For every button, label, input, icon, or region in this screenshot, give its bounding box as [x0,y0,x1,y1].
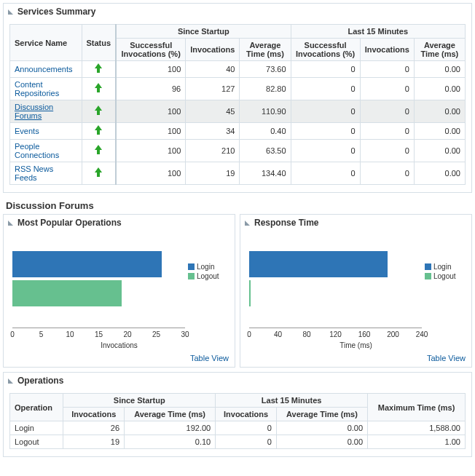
col-last15-avg-time[interactable]: Average Time (ms) [276,408,367,421]
table-row[interactable]: RSS News Feeds10019134.40000.00 [10,162,466,185]
last15-invocations: 0 [360,61,414,78]
table-row[interactable]: Login26192.0000.001,588.00 [10,421,466,435]
col-last15-invocations[interactable]: Invocations [360,39,414,61]
operations-table: Operation Since Startup Last 15 Minutes … [9,393,466,449]
last15-avg-time: 0.00 [276,421,367,435]
col-startup-avg-time[interactable]: Average Time (ms) [240,39,291,61]
status-up-icon [95,106,102,116]
service-link[interactable]: People Connections [15,142,59,159]
col-last15-invocations[interactable]: Invocations [216,408,277,421]
table-view-link[interactable]: Table View [427,354,466,362]
max-time: 1.00 [368,435,466,449]
axis-tick: 15 [95,330,103,338]
startup-avg-time: 63.50 [240,140,291,162]
last15-invocations: 0 [216,421,277,435]
services-summary-panel: Services Summary Service Name Status Sin… [3,3,472,193]
service-name-cell[interactable]: Announcements [10,61,82,78]
most-popular-xlabel: Invocations [9,341,229,349]
col-startup-invocations[interactable]: Invocations [63,408,125,421]
status-cell [82,61,116,78]
col-startup-invocations[interactable]: Invocations [186,39,240,61]
colgroup-since-startup: Since Startup [116,25,291,39]
charts-row: Most Popular Operations 051015202530 Log… [3,214,472,368]
status-up-icon [95,83,102,93]
service-link[interactable]: Events [15,127,39,135]
bar-logout [12,280,122,306]
startup-invocations: 19 [186,162,240,185]
table-row[interactable]: People Connections10021063.50000.00 [10,140,466,162]
startup-invocations: 40 [186,61,240,78]
axis-tick: 20 [123,330,131,338]
last15-succ-pct: 0 [291,78,360,100]
response-time-header[interactable]: Response Time [240,215,471,231]
col-max-time[interactable]: Maximum Time (ms) [368,394,466,421]
service-name-cell[interactable]: RSS News Feeds [10,162,82,185]
col-status[interactable]: Status [82,25,116,61]
disclosure-icon [8,9,13,15]
startup-invocations: 127 [186,78,240,100]
bar-login [249,251,388,277]
service-name-cell[interactable]: Discussion Forums [10,100,82,123]
service-link[interactable]: RSS News Feeds [15,164,53,182]
axis-tick: 0 [10,330,15,338]
table-row[interactable]: Events100340.40000.00 [10,123,466,140]
most-popular-title: Most Popular Operations [17,218,122,228]
service-name-cell[interactable]: People Connections [10,140,82,162]
services-summary-header[interactable]: Services Summary [4,4,471,20]
last15-avg-time: 0.00 [414,61,465,78]
table-row[interactable]: Announcements1004073.60000.00 [10,61,466,78]
col-last15-avg-time[interactable]: Average Time (ms) [414,39,465,61]
response-time-title: Response Time [254,218,318,228]
operations-header[interactable]: Operations [4,373,471,389]
service-link[interactable]: Content Repositories [15,80,59,98]
startup-succ-pct: 100 [116,162,186,185]
table-row[interactable]: Content Repositories9612782.80000.00 [10,78,466,100]
service-link[interactable]: Announcements [15,65,73,74]
swatch-logout [188,273,195,279]
response-time-panel: Response Time 04080120160200240 Login Lo… [240,214,472,368]
axis-tick: 120 [329,330,342,338]
startup-succ-pct: 96 [116,78,186,100]
last15-avg-time: 0.00 [276,435,367,449]
col-service-name[interactable]: Service Name [10,25,82,61]
startup-avg-time: 73.60 [240,61,291,78]
col-startup-avg-time[interactable]: Average Time (ms) [125,408,216,421]
startup-avg-time: 110.90 [240,100,291,123]
most-popular-header[interactable]: Most Popular Operations [4,215,235,231]
services-summary-title: Services Summary [17,7,95,17]
axis-tick: 240 [416,330,428,338]
startup-avg-time: 192.00 [125,421,216,435]
startup-succ-pct: 100 [116,100,186,123]
legend-label: Login [433,263,451,271]
legend-label: Login [197,263,214,271]
service-name-cell[interactable]: Content Repositories [10,78,82,100]
last15-avg-time: 0.00 [414,100,465,123]
last15-invocations: 0 [360,78,414,100]
col-last15-succ-pct[interactable]: Successful Invocations (%) [291,39,360,61]
swatch-login [425,263,431,270]
last15-invocations: 0 [216,435,277,449]
last15-avg-time: 0.00 [414,123,465,140]
bar-logout [249,280,251,306]
max-time: 1,588.00 [368,421,466,435]
operations-title: Operations [17,376,63,386]
table-row[interactable]: Discussion Forums10045110.90000.00 [10,100,466,123]
legend-item-login: Login [188,263,229,271]
service-link[interactable]: Discussion Forums [15,103,53,120]
status-cell [82,140,116,162]
service-name-cell[interactable]: Events [10,123,82,140]
startup-succ-pct: 100 [116,140,186,162]
startup-invocations: 19 [63,435,125,449]
status-up-icon [95,167,102,178]
startup-succ-pct: 100 [116,123,186,140]
table-view-link[interactable]: Table View [190,354,229,362]
last15-avg-time: 0.00 [414,78,465,100]
table-row[interactable]: Logout190.1000.001.00 [10,435,466,449]
startup-avg-time: 0.10 [125,435,216,449]
last15-succ-pct: 0 [291,162,360,185]
axis-tick: 0 [247,330,251,338]
col-startup-succ-pct[interactable]: Successful Invocations (%) [116,39,186,61]
status-cell [82,162,116,185]
col-operation[interactable]: Operation [10,394,63,421]
swatch-login [188,263,195,270]
